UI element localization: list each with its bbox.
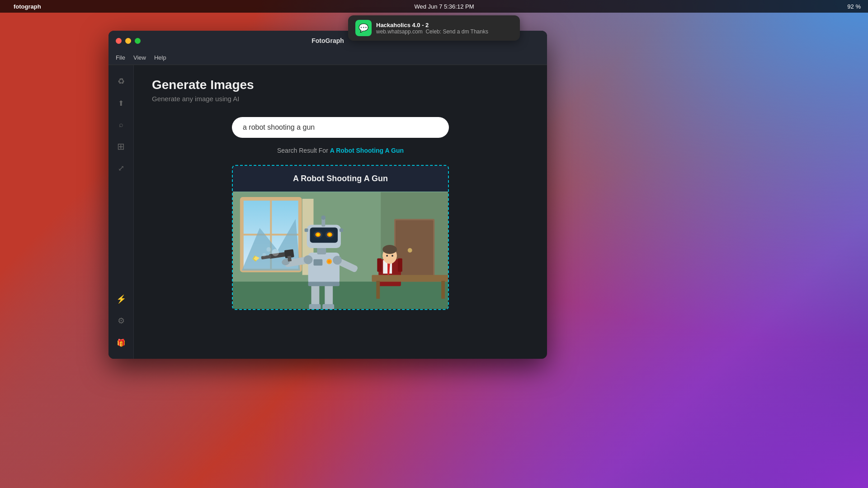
svg-rect-29 — [309, 304, 321, 309]
search-result-highlight: A Robot Shooting A Gun — [330, 147, 404, 154]
menubar: fotograph Wed Jun 7 5:36:12 PM 92 % — [0, 0, 868, 13]
svg-rect-41 — [288, 256, 292, 262]
notification-title: Hackaholics 4.0 - 2 — [376, 22, 488, 28]
svg-point-11 — [408, 248, 412, 253]
sidebar-compress[interactable]: ⤢ — [112, 159, 130, 177]
sidebar-bolt[interactable]: ⚡ — [112, 290, 130, 308]
sidebar-grid[interactable]: ⊞ — [112, 137, 130, 155]
content-area: Generate Images Generate any image using… — [134, 65, 547, 359]
result-card-image — [233, 192, 448, 309]
sidebar-gift[interactable]: 🎁 — [112, 333, 130, 352]
svg-rect-30 — [322, 304, 334, 309]
menubar-right: 92 % — [847, 3, 861, 10]
svg-point-55 — [328, 233, 331, 236]
svg-point-61 — [266, 247, 271, 252]
search-input-wrapper — [232, 117, 449, 138]
svg-point-19 — [392, 255, 393, 257]
svg-point-60 — [272, 249, 279, 256]
svg-point-17 — [382, 245, 397, 254]
sidebar: ♻ ⬆ ⌕ ⊞ ⤢ ⚡ ⚙ 🎁 — [108, 65, 134, 359]
menubar-time: Wed Jun 7 5:36:12 PM — [415, 3, 474, 10]
svg-rect-35 — [308, 282, 340, 286]
menu-file[interactable]: File — [116, 54, 125, 61]
result-card-header: A Robot Shooting A Gun — [233, 166, 448, 192]
window-controls[interactable] — [116, 38, 141, 44]
robot-scene-svg — [233, 192, 448, 309]
svg-rect-24 — [441, 281, 445, 299]
sidebar-recycle[interactable]: ♻ — [112, 72, 130, 90]
close-button[interactable] — [116, 38, 122, 44]
notification-body: web.whatsapp.com Celeb: Send a dm Thanks — [376, 28, 488, 35]
svg-rect-20 — [377, 258, 382, 272]
result-card-title: A Robot Shooting A Gun — [293, 174, 388, 183]
result-card: A Robot Shooting A Gun — [232, 165, 449, 310]
sidebar-settings[interactable]: ⚙ — [112, 312, 130, 330]
notification[interactable]: 💬 Hackaholics 4.0 - 2 web.whatsapp.com C… — [348, 15, 520, 41]
svg-rect-23 — [376, 281, 380, 299]
menubar-app-name: fotograph — [14, 3, 41, 10]
svg-rect-59 — [340, 228, 343, 232]
svg-point-52 — [316, 233, 319, 236]
svg-point-18 — [386, 255, 388, 257]
search-input[interactable] — [243, 123, 438, 131]
minimize-button[interactable] — [125, 38, 131, 44]
search-result-text: Search Result For A Robot Shooting A Gun — [152, 147, 529, 154]
menu-help[interactable]: Help — [154, 54, 166, 61]
svg-point-57 — [321, 216, 326, 220]
svg-rect-22 — [372, 275, 448, 282]
svg-point-46 — [333, 256, 342, 265]
app-window: FotoGraph File View Help ♻ ⬆ ⌕ ⊞ ⤢ ⚡ ⚙ 🎁… — [108, 31, 547, 359]
svg-rect-58 — [305, 228, 308, 232]
notification-app-icon: 💬 — [355, 20, 372, 36]
app-menu: File View Help — [108, 51, 547, 65]
menu-view[interactable]: View — [133, 54, 146, 61]
battery-icon: 92 % — [847, 3, 861, 10]
menubar-left: fotograph — [7, 3, 41, 10]
sidebar-upload[interactable]: ⬆ — [112, 94, 130, 112]
page-title: Generate Images — [152, 78, 529, 92]
svg-point-34 — [328, 260, 330, 263]
sidebar-search[interactable]: ⌕ — [112, 116, 130, 134]
svg-rect-21 — [398, 258, 402, 272]
notification-content: Hackaholics 4.0 - 2 web.whatsapp.com Cel… — [376, 22, 488, 35]
svg-rect-32 — [314, 259, 323, 266]
app-body: ♻ ⬆ ⌕ ⊞ ⤢ ⚡ ⚙ 🎁 Generate Images Generate… — [108, 65, 547, 359]
window-title: FotoGraph — [311, 37, 344, 44]
svg-point-37 — [304, 255, 313, 264]
svg-rect-12 — [233, 282, 448, 308]
search-bar — [232, 117, 449, 138]
maximize-button[interactable] — [135, 38, 141, 44]
page-subtitle: Generate any image using AI — [152, 95, 529, 103]
svg-point-62 — [262, 253, 266, 257]
